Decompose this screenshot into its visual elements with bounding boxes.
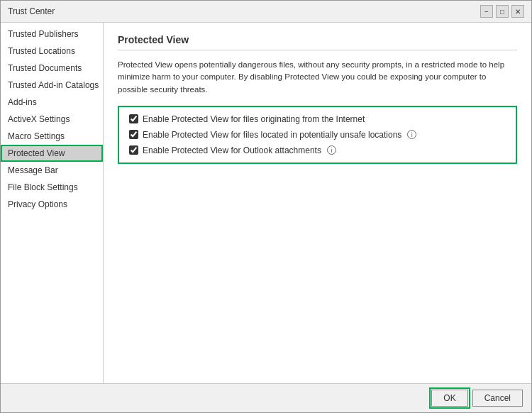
protected-view-options: Enable Protected View for files originat… (118, 106, 517, 164)
title-bar: Trust Center − □ ✕ (1, 1, 531, 23)
dialog-footer: OK Cancel (1, 383, 531, 412)
sidebar-item-addins[interactable]: Add-ins (1, 94, 103, 111)
maximize-button[interactable]: □ (496, 5, 509, 18)
window-controls: − □ ✕ (480, 5, 524, 18)
sidebar-item-macro[interactable]: Macro Settings (1, 128, 103, 145)
checkbox-row-cb3: Enable Protected View for Outlook attach… (129, 145, 506, 155)
spacer (118, 175, 517, 372)
sidebar: Trusted PublishersTrusted LocationsTrust… (1, 23, 104, 383)
checkbox-label-cb1: Enable Protected View for files originat… (143, 114, 365, 124)
checkbox-label-cb2: Enable Protected View for files located … (143, 130, 401, 140)
sidebar-item-protected-view[interactable]: Protected View (1, 145, 103, 162)
sidebar-item-trusted-locations[interactable]: Trusted Locations (1, 43, 103, 60)
sidebar-item-file-block[interactable]: File Block Settings (1, 179, 103, 196)
minimize-button[interactable]: − (480, 5, 493, 18)
sidebar-item-trusted-addins[interactable]: Trusted Add-in Catalogs (1, 77, 103, 94)
sidebar-item-trusted-documents[interactable]: Trusted Documents (1, 60, 103, 77)
trust-center-dialog: Trust Center − □ ✕ Trusted PublishersTru… (0, 0, 532, 413)
sidebar-item-message-bar[interactable]: Message Bar (1, 162, 103, 179)
info-icon-cb3[interactable]: i (327, 145, 336, 155)
checkbox-cb3[interactable] (129, 145, 138, 155)
checkbox-cb1[interactable] (129, 114, 138, 123)
info-icon-cb2[interactable]: i (407, 130, 416, 139)
main-content: Protected View Protected View opens pote… (104, 23, 531, 383)
section-title: Protected View (118, 34, 517, 50)
sidebar-item-privacy[interactable]: Privacy Options (1, 196, 103, 213)
sidebar-item-activex[interactable]: ActiveX Settings (1, 111, 103, 128)
checkbox-row-cb1: Enable Protected View for files originat… (129, 114, 506, 124)
ok-button[interactable]: OK (431, 390, 467, 407)
dialog-title: Trust Center (8, 6, 55, 16)
sidebar-item-trusted-publishers[interactable]: Trusted Publishers (1, 26, 103, 43)
close-button[interactable]: ✕ (511, 5, 524, 18)
cancel-button[interactable]: Cancel (472, 390, 523, 407)
checkbox-cb2[interactable] (129, 130, 138, 139)
checkbox-label-cb3: Enable Protected View for Outlook attach… (143, 145, 321, 155)
checkbox-row-cb2: Enable Protected View for files located … (129, 130, 506, 140)
description-text: Protected View opens potentially dangero… (118, 59, 517, 96)
dialog-body: Trusted PublishersTrusted LocationsTrust… (1, 23, 531, 383)
